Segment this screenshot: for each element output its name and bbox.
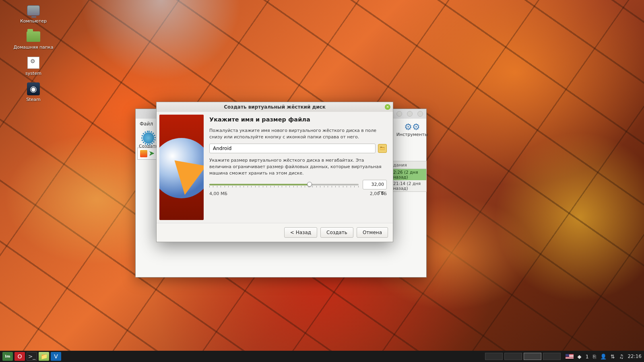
sliders-icon: ⚙⚙ (404, 122, 420, 132)
slider-thumb[interactable] (307, 182, 312, 187)
computer-icon (27, 5, 40, 16)
dialog-heading: Укажите имя и размер файла (209, 116, 387, 123)
sound-icon[interactable]: ♫ (619, 354, 624, 360)
desktop-icon-home[interactable]: Домашняя папка (3, 29, 64, 50)
folder-icon: 📁 (41, 353, 47, 360)
menu-file[interactable]: Файл (140, 121, 153, 127)
notification-count[interactable]: 1 (586, 354, 589, 360)
dialog-close-button[interactable]: ✕ (385, 104, 390, 110)
desktop-icon-system[interactable]: system (3, 56, 64, 76)
virtualbox-icon: V (54, 353, 58, 360)
system-tray: ◆ 1 ⎘ 👤 ⇅ ♫ 22:16 (566, 354, 642, 360)
slider-max-label: 2,00 ТБ (370, 191, 387, 196)
desktop-icon-label: Компьютер (20, 19, 47, 24)
desktop-icon-computer[interactable]: Компьютер (3, 3, 64, 24)
dialog-title-text: Создать виртуальный жёсткий диск (224, 104, 326, 110)
workspace-4[interactable] (543, 353, 561, 360)
workspace-1[interactable] (485, 353, 503, 360)
system-icon (27, 57, 39, 69)
back-button[interactable]: < Назад (284, 227, 317, 238)
dialog-illustration (159, 115, 204, 220)
snapshot-header: дания (391, 161, 426, 169)
toolbar-tools[interactable]: ⚙⚙ Инструменты (398, 122, 426, 145)
snapshot-panel: дания 2:26 (2 дня назад) 21:14 (2 дня на… (390, 161, 427, 192)
dialog-footer: < Назад Создать Отмена (157, 223, 393, 242)
desktop-icons: Компьютер Домашняя папка system ◉ Steam (3, 3, 64, 102)
folder-home-icon (27, 31, 40, 42)
notifications-icon[interactable]: ◆ (578, 354, 582, 360)
slider-ticks (209, 186, 359, 188)
workspace-2[interactable] (504, 353, 522, 360)
desktop-icon-label: Steam (26, 97, 41, 102)
disk-name-input[interactable] (209, 144, 376, 153)
toolbar-label: Инструменты (396, 132, 428, 137)
keyboard-layout-icon[interactable] (566, 354, 574, 359)
minimize-icon[interactable] (396, 111, 402, 117)
dialog-paragraph: Пожалуйста укажите имя нового виртуально… (209, 128, 387, 140)
vm-os-icon (140, 150, 147, 157)
workspace-3[interactable] (524, 353, 541, 360)
slider-min-label: 4,00 МБ (209, 191, 227, 196)
snapshot-row[interactable]: 2:26 (2 дня назад) (391, 169, 426, 180)
taskbar-virtualbox[interactable]: V (51, 352, 61, 361)
svg-text:lm: lm (5, 354, 10, 358)
opera-icon: O (17, 353, 22, 360)
desktop-icon-label: system (25, 71, 41, 76)
maximize-icon[interactable] (407, 111, 413, 117)
mint-logo-icon: lm (4, 353, 11, 360)
disk-size-value[interactable]: 32,00 ГБ (363, 180, 387, 189)
network-icon[interactable]: ⇅ (611, 354, 615, 360)
desktop-icon-steam[interactable]: ◉ Steam (3, 82, 64, 102)
terminal-icon: >_ (28, 353, 36, 360)
new-vm-icon (143, 132, 154, 144)
updates-icon[interactable]: ⎘ (593, 354, 596, 360)
workspace-switcher[interactable] (485, 353, 561, 360)
cancel-button[interactable]: Отмена (357, 227, 388, 238)
clock[interactable]: 22:16 (627, 354, 642, 359)
create-button[interactable]: Создать (320, 227, 353, 238)
create-disk-dialog: Создать виртуальный жёсткий диск ✕ Укажи… (156, 102, 393, 242)
start-menu-button[interactable]: lm (2, 352, 13, 361)
dialog-titlebar[interactable]: Создать виртуальный жёсткий диск ✕ (157, 102, 393, 112)
close-icon[interactable] (417, 111, 423, 117)
toolbar-new[interactable]: Создать (139, 132, 158, 149)
disk-size-slider[interactable] (209, 181, 359, 188)
steam-icon: ◉ (27, 82, 40, 95)
taskbar: lm O >_ 📁 V ◆ 1 ⎘ 👤 ⇅ ♫ 22:16 (0, 351, 644, 362)
folder-icon (380, 146, 385, 151)
taskbar-files[interactable]: 📁 (39, 352, 49, 361)
snapshot-row[interactable]: 21:14 (2 дня назад) (391, 180, 426, 191)
taskbar-terminal[interactable]: >_ (27, 352, 37, 361)
dialog-paragraph: Укажите размер виртуального жёсткого дис… (209, 157, 387, 177)
user-icon[interactable]: 👤 (600, 354, 607, 360)
browse-folder-button[interactable] (378, 144, 387, 153)
vm-running-icon: ⮞ (149, 150, 155, 157)
desktop-icon-label: Домашняя папка (14, 45, 54, 50)
taskbar-opera[interactable]: O (14, 352, 25, 361)
